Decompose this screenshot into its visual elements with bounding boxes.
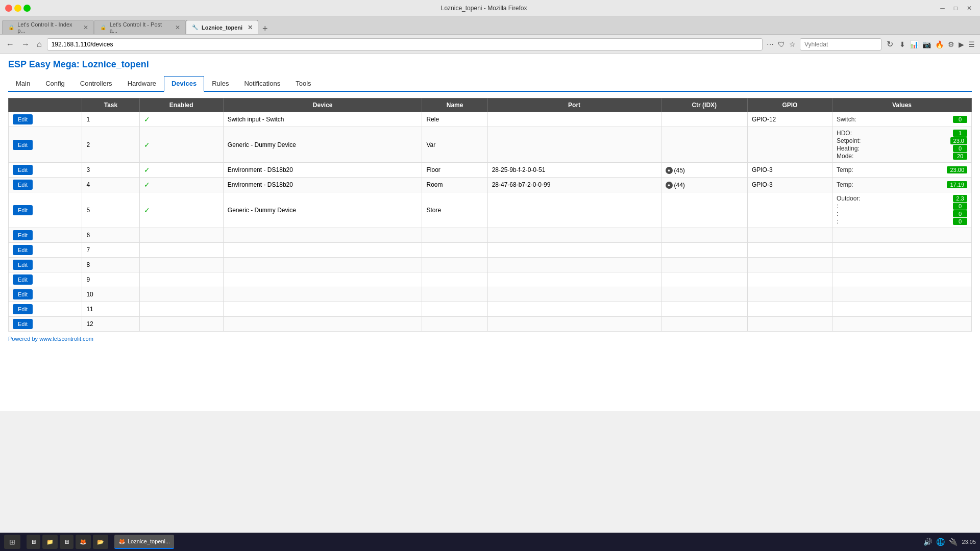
settings-icon[interactable]: ⚙ [947,39,955,49]
col-gpio: GPIO [747,98,832,112]
task-2: 2 [82,127,139,163]
col-port: Port [487,98,661,112]
tab-hardware[interactable]: Hardware [120,76,164,91]
edit-button-3[interactable]: Edit [13,165,33,175]
home-button[interactable]: ⌂ [35,39,44,50]
name-1: Rele [422,112,487,127]
refresh-button[interactable]: ↻ [885,38,895,50]
edit-button-5[interactable]: Edit [13,205,33,215]
table-row: Edit 5 ✓ Generic - Dummy Device Store Ou… [9,192,972,228]
gpio-2 [747,127,832,163]
fire-icon: 🔥 [934,39,945,49]
menu-icon[interactable]: ⋯ [766,39,775,49]
address-input[interactable] [47,38,763,51]
table-row: Edit 10 [9,287,972,302]
gpio-4: GPIO-3 [747,178,832,192]
task-12: 12 [82,317,139,332]
tab-devices[interactable]: Devices [164,76,204,92]
tab-3[interactable]: 🔧 Loznice_topeni ✕ [186,20,258,34]
edit-button-8[interactable]: Edit [13,260,33,270]
tab2-favicon: 🔒 [100,24,107,31]
device-3: Environment - DS18b20 [223,163,422,178]
table-row: Edit 1 ✓ Switch input - Switch Rele GPIO… [9,112,972,127]
task-6: 6 [82,228,139,243]
forward-button[interactable]: → [19,39,32,50]
ctr-2 [661,127,747,163]
tab-rules[interactable]: Rules [204,76,236,91]
edit-button-2[interactable]: Edit [13,140,33,150]
toolbar-icons: ⋯ 🛡 ☆ [766,39,797,49]
ctr-icon-3: ● [666,167,673,174]
values-3: Temp:23.00 [832,163,971,178]
download-icon[interactable]: ⬇ [898,39,906,49]
video-icon[interactable]: ▶ [958,39,965,49]
table-row: Edit 9 [9,272,972,287]
edit-button-10[interactable]: Edit [13,289,33,299]
check-icon-2: ✓ [144,141,150,149]
edit-button-1[interactable]: Edit [13,114,33,124]
ctr-icon-4: ● [666,182,673,189]
table-row: Edit 2 ✓ Generic - Dummy Device Var HDO:… [9,127,972,163]
maximize-btn[interactable] [23,5,31,12]
port-1 [487,112,661,127]
gpio-3: GPIO-3 [747,163,832,178]
task-10: 10 [82,287,139,302]
tab3-label: Loznice_topeni [202,24,242,31]
tab1-favicon: 🔒 [8,24,14,31]
shield-icon: 🛡 [777,39,786,49]
browser-titlebar: Loznice_topeni - Mozilla Firefox ─ □ ✕ [0,0,980,16]
tab-2[interactable]: 🔒 Let's Control It - Post a... ✕ [94,20,186,34]
screenshot-icon[interactable]: 📷 [921,39,932,49]
port-4: 28-47-68-b7-2-0-0-99 [487,178,661,192]
gpio-5 [747,192,832,228]
check-icon-5: ✓ [144,206,150,214]
device-1: Switch input - Switch [223,112,422,127]
table-row: Edit 12 [9,317,972,332]
task-4: 4 [82,178,139,192]
enabled-1: ✓ [139,112,223,127]
ctr-4: ●(44) [661,178,747,192]
edit-button-7[interactable]: Edit [13,245,33,255]
close-btn[interactable] [5,5,12,12]
edit-button-6[interactable]: Edit [13,230,33,240]
check-icon-3: ✓ [144,166,150,174]
name-5: Store [422,192,487,228]
enabled-5: ✓ [139,192,223,228]
edit-button-4[interactable]: Edit [13,180,33,190]
new-tab-button[interactable]: + [258,23,272,34]
win-minimize[interactable]: ─ [937,4,948,13]
browser-title: Loznice_topeni - Mozilla Firefox [31,5,937,12]
task-3: 3 [82,163,139,178]
tab-controllers[interactable]: Controllers [72,76,120,91]
task-7: 7 [82,243,139,258]
col-enabled: Enabled [139,98,223,112]
enabled-2: ✓ [139,127,223,163]
edit-button-12[interactable]: Edit [13,319,33,329]
tab-config[interactable]: Config [38,76,72,91]
table-row: Edit 11 [9,302,972,317]
table-row: Edit 6 [9,228,972,243]
star-icon[interactable]: ☆ [788,39,797,49]
task-8: 8 [82,258,139,272]
tab-main[interactable]: Main [8,76,38,91]
win-maximize[interactable]: □ [951,4,961,13]
edit-button-9[interactable]: Edit [13,274,33,285]
footer-link[interactable]: Powered by www.letscontrolit.com [8,336,972,342]
tab-tools[interactable]: Tools [288,76,318,91]
col-task: Task [82,98,139,112]
win-close[interactable]: ✕ [964,4,975,13]
task-9: 9 [82,272,139,287]
port-2 [487,127,661,163]
tab-1[interactable]: 🔒 Let's Control It - Index p... ✕ [2,20,94,34]
back-button[interactable]: ← [4,39,16,50]
tab2-close[interactable]: ✕ [175,24,180,31]
edit-button-11[interactable]: Edit [13,304,33,314]
col-name: Name [422,98,487,112]
address-bar: ← → ⌂ ⋯ 🛡 ☆ ↻ ⬇ 📊 📷 🔥 ⚙ ▶ ☰ [0,35,980,54]
hamburger-icon[interactable]: ☰ [967,39,976,49]
search-input[interactable] [800,38,881,51]
tab3-close[interactable]: ✕ [248,24,253,31]
tab1-close[interactable]: ✕ [83,24,88,31]
tab-notifications[interactable]: Notifications [236,76,288,91]
minimize-btn[interactable] [14,5,21,12]
